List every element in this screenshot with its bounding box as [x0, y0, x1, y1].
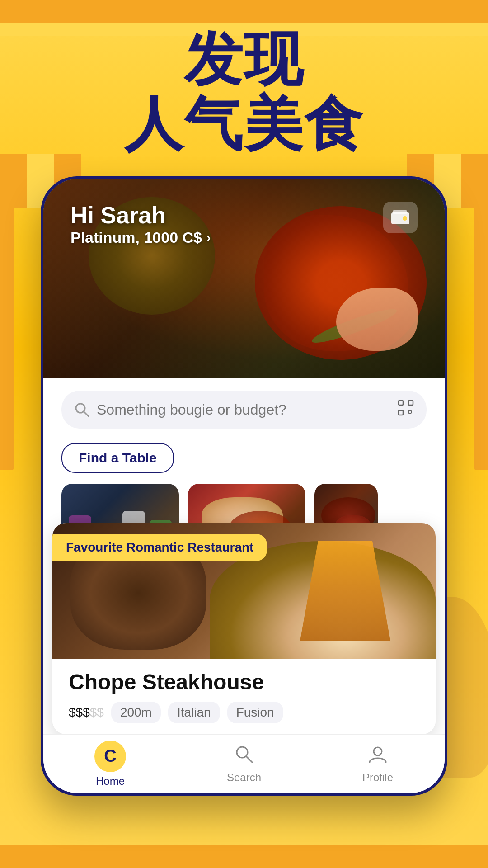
phone-side-button-left-2 [41, 316, 42, 362]
svg-rect-5 [399, 401, 403, 405]
nav-profile[interactable]: Profile [351, 744, 405, 784]
badge-text: Favourite Romantic Restaurant [66, 540, 253, 554]
search-section [43, 378, 445, 436]
svg-point-11 [374, 747, 382, 755]
bottom-decoration [0, 845, 488, 868]
nav-search[interactable]: Search [217, 744, 271, 784]
search-icon [74, 402, 89, 417]
svg-point-2 [403, 216, 407, 221]
restaurant-cuisine-1-tag: Italian [168, 702, 220, 723]
home-label: Home [96, 775, 125, 788]
hero-section: Hi Sarah Platinum, 1000 C$ › [43, 179, 445, 378]
svg-rect-1 [393, 210, 407, 214]
greeting-tier[interactable]: Platinum, 1000 C$ › [70, 229, 211, 246]
headline-chinese: 发现 人气美食 [0, 27, 488, 156]
find-table-button[interactable]: Find a Table [61, 443, 174, 473]
wallet-button[interactable] [383, 202, 418, 233]
restaurant-info: Chope Steakhouse $$$$$ 200m Italian Fusi… [52, 659, 436, 734]
wallet-icon [391, 209, 409, 224]
restaurant-image: Favourite Romantic Restaurant [52, 523, 436, 659]
nav-home[interactable]: C Home [83, 741, 137, 788]
price-inactive: $$ [90, 705, 104, 719]
top-decoration [0, 0, 488, 23]
restaurant-name: Chope Steakhouse [69, 670, 419, 694]
profile-nav-label: Profile [362, 771, 393, 784]
svg-line-10 [247, 757, 252, 762]
svg-rect-7 [399, 410, 403, 415]
profile-nav-icon [368, 744, 388, 769]
search-input[interactable] [97, 401, 390, 418]
phone-mockup: Hi Sarah Platinum, 1000 C$ › [41, 176, 447, 796]
restaurant-distance-tag: 200m [111, 702, 161, 723]
svg-line-4 [84, 412, 89, 416]
greeting-name: Hi Sarah [70, 202, 211, 229]
headline-line2: 人气美食 [0, 92, 488, 156]
restaurant-price: $$$$$ [69, 705, 104, 720]
svg-rect-8 [408, 410, 411, 413]
tier-text: Platinum, 1000 C$ [70, 229, 202, 246]
svg-point-9 [237, 747, 248, 758]
bottom-navigation: C Home Search [43, 734, 445, 793]
svg-rect-6 [408, 401, 413, 405]
restaurant-badge: Favourite Romantic Restaurant [52, 534, 267, 561]
headline-line1: 发现 [0, 27, 488, 92]
action-buttons-section: Find a Table [43, 436, 445, 484]
search-nav-label: Search [227, 771, 261, 784]
phone-side-button-right [446, 303, 447, 339]
search-nav-icon [234, 744, 254, 769]
search-bar[interactable] [61, 391, 427, 429]
home-logo: C [94, 741, 126, 772]
home-letter: C [104, 746, 116, 766]
phone-side-button-left-1 [41, 276, 42, 303]
chevron-right-icon: › [206, 231, 211, 245]
scan-icon[interactable] [398, 400, 414, 420]
greeting-container: Hi Sarah Platinum, 1000 C$ › [70, 202, 211, 246]
restaurant-tags: $$$$$ 200m Italian Fusion [69, 702, 419, 723]
restaurant-card[interactable]: Favourite Romantic Restaurant Chope Stea… [52, 523, 436, 734]
phone-side-button-left-3 [41, 371, 42, 416]
price-active: $$$ [69, 705, 90, 719]
restaurant-cuisine-2-tag: Fusion [227, 702, 283, 723]
phone-screen: Hi Sarah Platinum, 1000 C$ › [43, 179, 445, 793]
